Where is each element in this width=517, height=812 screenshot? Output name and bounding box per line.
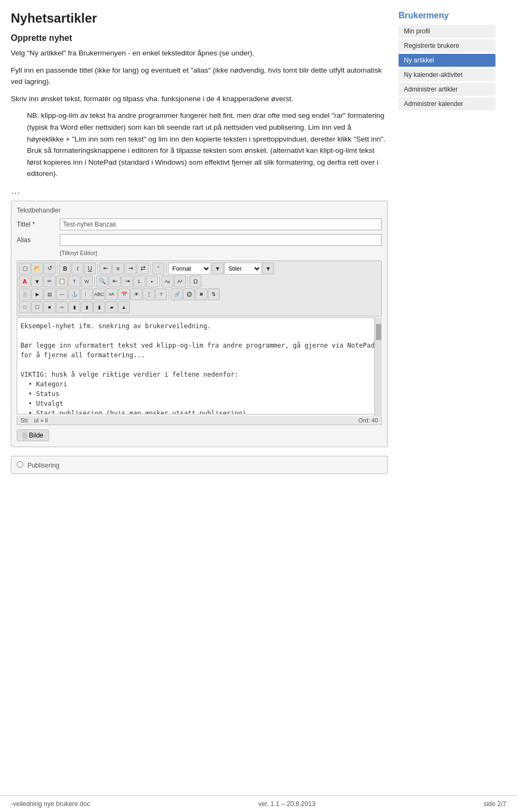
paste-word-btn[interactable]: W bbox=[81, 276, 93, 287]
image-btn[interactable]: ░ bbox=[19, 288, 31, 300]
new-doc-btn[interactable]: ▢ bbox=[19, 263, 31, 274]
spell-icon: ABC bbox=[94, 292, 104, 297]
underline-icon: U bbox=[88, 265, 92, 272]
bar1-btn[interactable]: ▮ bbox=[68, 301, 80, 313]
stiler-select[interactable]: Stiler bbox=[224, 263, 262, 274]
expand-btn[interactable]: ☐ bbox=[31, 301, 43, 313]
font-color-arrow-btn[interactable]: ▼ bbox=[31, 276, 43, 287]
delete-btn[interactable]: ✖ bbox=[195, 288, 207, 300]
paste-text-icon: T bbox=[73, 279, 76, 284]
table-btn[interactable]: ▤ bbox=[44, 288, 55, 300]
zoom-out-icon: □ bbox=[23, 305, 26, 310]
intro-para4: NB: klipp-og-lim av tekst fra andre prog… bbox=[27, 110, 388, 180]
list-ul-btn[interactable]: • bbox=[146, 276, 158, 287]
menu-item-admin-kalender[interactable]: Administrer kalender bbox=[399, 97, 495, 110]
indent-left-icon: ⇤ bbox=[113, 278, 117, 285]
subscript-icon: A₂ bbox=[165, 279, 170, 284]
scrollbar-thumb[interactable] bbox=[376, 324, 381, 340]
highlight-btn[interactable]: ✏ bbox=[44, 276, 55, 287]
alias-input[interactable] bbox=[60, 234, 382, 246]
menu-item-ny-kalender[interactable]: Ny kalender-aktivitet bbox=[399, 68, 495, 81]
editor-panel: Tekstbehandler Tittel * Alias [Tilknyt E… bbox=[11, 201, 388, 447]
indent4-btn[interactable]: ⇨ bbox=[56, 301, 68, 313]
bilde-btn[interactable]: ░ Bilde bbox=[17, 429, 49, 441]
open-btn[interactable]: 📂 bbox=[31, 263, 43, 274]
find-btn[interactable]: 🔍 bbox=[96, 276, 108, 287]
spell-btn[interactable]: ABC bbox=[93, 288, 105, 300]
menu-item-admin-artikler[interactable]: Administrer artikler bbox=[399, 83, 495, 96]
format-dropdown-btn[interactable]: ▼ bbox=[212, 263, 223, 274]
indent-right-btn[interactable]: ⇥ bbox=[121, 276, 133, 287]
anchor-btn[interactable]: ⚓ bbox=[68, 288, 80, 300]
editor-panel-title: Tekstbehandler bbox=[17, 207, 382, 214]
align-left-btn[interactable]: ⇤ bbox=[100, 263, 111, 274]
undo-btn[interactable]: ↺ bbox=[44, 263, 55, 274]
color-picker-btn[interactable]: ■ bbox=[44, 301, 55, 313]
bar5-btn[interactable]: ▲ bbox=[118, 301, 130, 313]
pagebreak-btn[interactable]: ⎸ bbox=[81, 288, 93, 300]
special-char-icon: Ω bbox=[193, 278, 198, 285]
paste-text-btn[interactable]: T bbox=[68, 276, 80, 287]
superscript-btn[interactable]: A² bbox=[174, 276, 186, 287]
align-center-btn[interactable]: ≡ bbox=[112, 263, 124, 274]
highlight-icon: ✏ bbox=[47, 278, 52, 284]
list-ul-icon: • bbox=[151, 278, 153, 285]
font-color-btn[interactable]: A bbox=[19, 276, 31, 287]
menu-item-registrerte[interactable]: Registrerte brukere bbox=[399, 39, 495, 52]
help-btn[interactable]: ? bbox=[155, 288, 167, 300]
underline-btn[interactable]: U bbox=[84, 263, 96, 274]
footer-center: ver. 1.1 – 20.8.2013 bbox=[258, 800, 316, 808]
date-btn[interactable]: 📅 bbox=[118, 288, 130, 300]
bar5-icon: ▲ bbox=[122, 305, 127, 310]
bold-icon: B bbox=[63, 265, 67, 272]
align-right-btn[interactable]: ⇥ bbox=[124, 263, 136, 274]
toolbar-row2: A ▼ ✏ 📋 T bbox=[19, 276, 380, 287]
page-footer: -veiledning nye brukere.doc ver. 1.1 – 2… bbox=[0, 795, 517, 812]
brukermeny-sidebar: Brukermeny Min profil Registrerte bruker… bbox=[399, 11, 495, 785]
hr-btn[interactable]: — bbox=[56, 288, 68, 300]
editor-textarea[interactable]: Eksempel-nyhet ifm. snekring av brukerve… bbox=[17, 317, 382, 414]
italic-btn[interactable]: I bbox=[72, 263, 83, 274]
bar4-icon: ▰ bbox=[110, 305, 114, 310]
align-justify-btn[interactable]: ⇄ bbox=[137, 263, 149, 274]
scrollbar[interactable] bbox=[374, 317, 382, 416]
font-color-icon: A bbox=[23, 278, 27, 285]
media-btn[interactable]: ▶ bbox=[31, 288, 43, 300]
paste-btn[interactable]: 📋 bbox=[56, 276, 68, 287]
bar2-btn[interactable]: ▮ bbox=[81, 301, 93, 313]
menu-item-ny-artikkel[interactable]: Ny artikkel bbox=[399, 54, 495, 67]
case-icon: aA bbox=[109, 292, 114, 296]
cleanup-btn[interactable]: ⌶ bbox=[143, 288, 155, 300]
subscript-btn[interactable]: A₂ bbox=[162, 276, 173, 287]
publisering-radio[interactable] bbox=[17, 461, 23, 468]
bar3-btn[interactable]: ▮ bbox=[93, 301, 105, 313]
expand-icon: ☐ bbox=[35, 305, 39, 310]
bar4-btn[interactable]: ▰ bbox=[106, 301, 117, 313]
publisering-title: Publisering bbox=[27, 462, 59, 469]
case-btn[interactable]: aA bbox=[106, 288, 117, 300]
quote-icon: “ bbox=[157, 265, 159, 272]
tittel-row: Tittel * bbox=[17, 218, 382, 230]
move-btn[interactable]: ⇅ bbox=[208, 288, 220, 300]
link-btn[interactable]: 🔗 bbox=[171, 288, 183, 300]
align-justify-icon: ⇄ bbox=[141, 265, 145, 272]
toolbar-row4: □ ☐ ■ ⇨ ▮ bbox=[19, 301, 380, 313]
format-select[interactable]: Format bbox=[168, 263, 211, 274]
bold-btn[interactable]: B bbox=[59, 263, 71, 274]
quote-btn[interactable]: “ bbox=[152, 263, 164, 274]
unlink-btn[interactable]: 🔘 bbox=[183, 288, 195, 300]
footer-left: -veiledning nye brukere.doc bbox=[11, 800, 90, 808]
media-icon: ▶ bbox=[36, 292, 39, 297]
indent-left-btn[interactable]: ⇤ bbox=[109, 276, 121, 287]
hr-icon: — bbox=[60, 292, 65, 297]
preview-btn[interactable]: 👁 bbox=[130, 288, 142, 300]
tittel-input[interactable] bbox=[60, 218, 382, 230]
editor-statusbar: Sti: ul » li Ord: 40 bbox=[17, 416, 382, 425]
list-ol-btn[interactable]: 1. bbox=[134, 276, 145, 287]
special-char-btn[interactable]: Ω bbox=[190, 276, 201, 287]
zoom-out-btn[interactable]: □ bbox=[19, 301, 31, 313]
menu-item-min-profil[interactable]: Min profil bbox=[399, 25, 495, 38]
brukermeny-title: Brukermeny bbox=[399, 11, 495, 20]
statusbar-ord: Ord: 40 bbox=[358, 417, 378, 423]
stiler-dropdown-btn[interactable]: ▼ bbox=[262, 263, 274, 274]
